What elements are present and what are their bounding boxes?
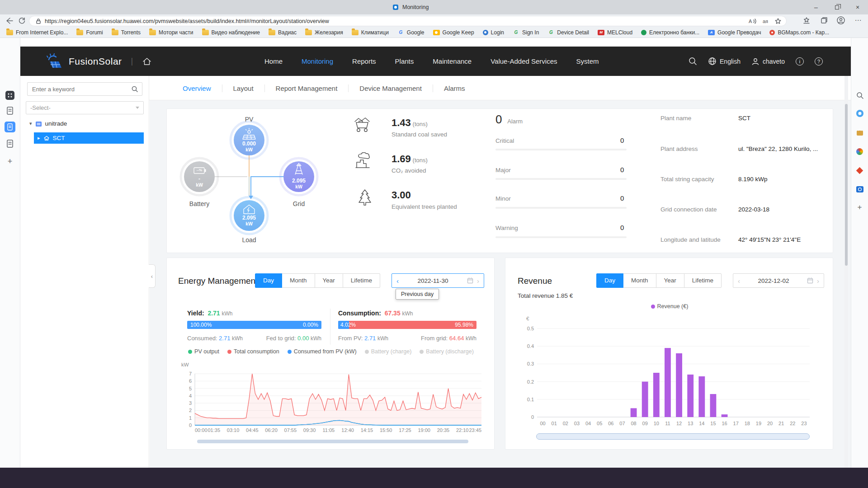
- add-favorite-icon[interactable]: [772, 16, 784, 27]
- brand-block[interactable]: FusionSolar |: [45, 47, 152, 76]
- bookmark-item[interactable]: From Internet Explo...: [6, 29, 68, 36]
- back-button[interactable]: [3, 15, 15, 26]
- energy-tab-lifetime[interactable]: Lifetime: [343, 273, 380, 288]
- tree-caret-collapsed[interactable]: ▸: [38, 135, 40, 141]
- bookmark-item[interactable]: MELCloud: [598, 29, 632, 36]
- filter-select[interactable]: -Select-: [26, 101, 144, 114]
- rail-apps-icon[interactable]: [4, 89, 16, 101]
- refresh-button[interactable]: [15, 15, 28, 26]
- sidebar-designer-icon[interactable]: [854, 145, 866, 157]
- alarm-summary[interactable]: 0 Alarm: [495, 113, 523, 127]
- collections-icon[interactable]: [817, 15, 830, 26]
- next-day-button[interactable]: ›: [477, 277, 479, 284]
- bookmark-item[interactable]: Мотори части: [149, 29, 193, 36]
- tab-report-management[interactable]: Report Management: [264, 84, 349, 92]
- bookmark-item[interactable]: Железария: [305, 29, 343, 36]
- bookmark-item[interactable]: Google Keep: [433, 29, 474, 36]
- calendar-icon[interactable]: [807, 277, 813, 284]
- bookmark-item[interactable]: Google: [397, 29, 425, 36]
- revenue-chart-scrollbar[interactable]: [536, 433, 810, 440]
- tab-device-management[interactable]: Device Management: [348, 84, 433, 92]
- next-day-button[interactable]: ›: [817, 277, 819, 284]
- minimize-button[interactable]: –: [806, 0, 826, 14]
- tree-node-root[interactable]: ▾ unitrade: [29, 120, 67, 127]
- energy-tab-year[interactable]: Year: [315, 273, 343, 288]
- browser-tab[interactable]: Monitoring: [392, 0, 429, 14]
- nav-maintenance[interactable]: Maintenance: [433, 57, 472, 65]
- legend-battery-charge[interactable]: Battery (charge): [365, 348, 412, 355]
- previous-day-button[interactable]: ‹: [738, 277, 740, 284]
- bookmark-item[interactable]: Sign In: [513, 29, 539, 36]
- nav-monitoring[interactable]: Monitoring: [302, 57, 333, 65]
- rail-page-icon-active[interactable]: [4, 121, 16, 133]
- bookmark-item[interactable]: Device Detail: [547, 29, 589, 36]
- tree-node-plant-selected[interactable]: ▸ SCT: [34, 132, 144, 144]
- search-icon[interactable]: [689, 57, 697, 66]
- help-icon[interactable]: ?: [815, 57, 823, 66]
- close-button[interactable]: ×: [847, 0, 868, 14]
- language-switch[interactable]: English: [708, 57, 741, 66]
- read-aloud-icon[interactable]: A: [746, 16, 759, 27]
- legend-total-consumption[interactable]: Total consumption: [227, 348, 279, 355]
- nav-home[interactable]: Home: [264, 57, 283, 65]
- info-icon[interactable]: i: [796, 57, 804, 66]
- bookmark-item[interactable]: BGMaps.com - Кар...: [769, 29, 829, 36]
- revenue-tab-month[interactable]: Month: [623, 273, 656, 288]
- nav-reports[interactable]: Reports: [352, 57, 376, 65]
- panel-collapse-handle[interactable]: ‹: [149, 264, 156, 288]
- sidebar-search-icon[interactable]: [854, 89, 866, 101]
- legend-consumed-from-pv[interactable]: Consumed from PV (kW): [288, 348, 357, 355]
- bookmark-item[interactable]: Електронно банки...: [641, 29, 699, 36]
- bookmark-item[interactable]: Google Преводач: [708, 29, 761, 36]
- legend-revenue[interactable]: Revenue (€): [651, 303, 689, 310]
- restore-button[interactable]: [826, 0, 847, 14]
- sidebar-shopping-icon[interactable]: [854, 127, 866, 138]
- bookmark-item[interactable]: Forumi: [76, 29, 103, 36]
- rail-page-icon[interactable]: [4, 105, 16, 117]
- url-bar[interactable]: https://region04eu5.fusionsolar.huawei.c…: [29, 16, 787, 26]
- rail-add-icon[interactable]: +: [4, 155, 16, 167]
- bookmark-item[interactable]: Login: [483, 29, 504, 36]
- calendar-icon[interactable]: [467, 277, 473, 284]
- sidebar-gem-icon[interactable]: [854, 164, 866, 176]
- translate-icon[interactable]: ая: [759, 16, 772, 27]
- revenue-tab-day[interactable]: Day: [596, 273, 623, 288]
- legend-battery-discharge[interactable]: Battery (discharge): [420, 348, 474, 355]
- energy-date-picker[interactable]: ‹ 2022-11-30 ›: [392, 273, 484, 288]
- sidebar-outlook-icon[interactable]: [854, 183, 866, 195]
- profile-avatar[interactable]: [835, 15, 847, 26]
- sidebar-copilot-icon[interactable]: [854, 108, 866, 119]
- co2-avoided-label: CO₂ avoided: [392, 167, 428, 174]
- bookmark-item[interactable]: Видео наблюдение: [202, 29, 260, 36]
- user-menu[interactable]: chaveto: [751, 57, 785, 66]
- nav-value-added-services[interactable]: Value-Added Services: [491, 57, 557, 65]
- legend-pv-output[interactable]: PV output: [188, 348, 219, 355]
- search-input[interactable]: [31, 85, 131, 93]
- bookmark-item[interactable]: Климатици: [352, 29, 389, 36]
- tab-alarms[interactable]: Alarms: [433, 84, 476, 92]
- tree-caret-expanded[interactable]: ▾: [29, 121, 32, 127]
- tab-layout[interactable]: Layout: [222, 84, 264, 92]
- lock-icon[interactable]: [32, 16, 45, 27]
- search-icon[interactable]: [131, 85, 138, 93]
- home-icon[interactable]: [142, 57, 152, 66]
- revenue-tab-lifetime[interactable]: Lifetime: [684, 273, 722, 288]
- energy-chart-scrollbar[interactable]: [197, 440, 468, 443]
- nav-system[interactable]: System: [576, 57, 599, 65]
- bookmark-item[interactable]: Вадиас: [269, 29, 297, 36]
- favorites-bar-icon[interactable]: [800, 15, 813, 26]
- energy-tab-day[interactable]: Day: [255, 273, 282, 288]
- rail-page-icon[interactable]: [4, 138, 16, 150]
- more-menu-icon[interactable]: ⋯: [852, 15, 864, 26]
- page-scrollbar[interactable]: [844, 76, 848, 468]
- energy-tab-month[interactable]: Month: [282, 273, 315, 288]
- sidebar-add-icon[interactable]: +: [854, 202, 866, 213]
- revenue-tab-year[interactable]: Year: [656, 273, 684, 288]
- bookmark-item[interactable]: Torrents: [112, 29, 141, 36]
- revenue-date-picker[interactable]: ‹ 2022-12-02 ›: [733, 273, 824, 288]
- tab-overview[interactable]: Overview: [172, 84, 222, 92]
- previous-day-button[interactable]: ‹: [396, 277, 399, 284]
- tree-search[interactable]: [27, 82, 142, 96]
- nav-plants[interactable]: Plants: [395, 57, 414, 65]
- page-scrollbar-thumb[interactable]: [845, 104, 848, 266]
